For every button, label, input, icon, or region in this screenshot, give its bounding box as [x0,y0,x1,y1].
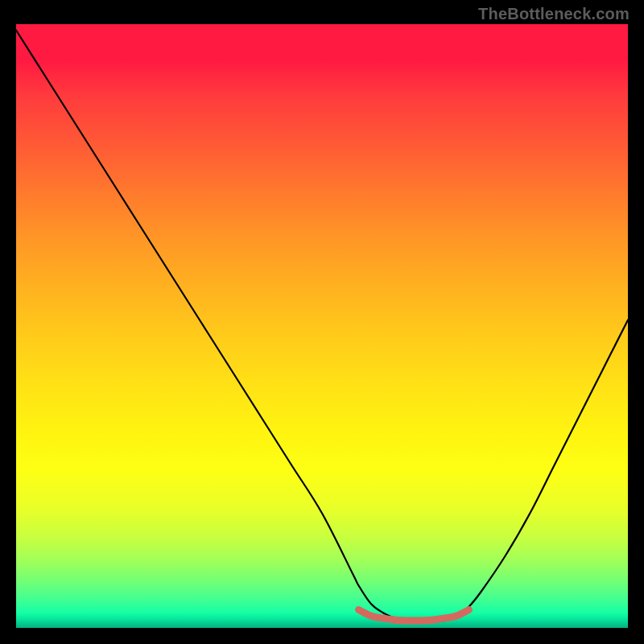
optimal-zone-marker [359,610,469,621]
plot-area [16,24,628,628]
watermark-text: TheBottleneck.com [478,5,630,23]
chart-frame: TheBottleneck.com [0,0,644,644]
bottleneck-curve [16,31,628,622]
chart-svg [16,24,628,628]
